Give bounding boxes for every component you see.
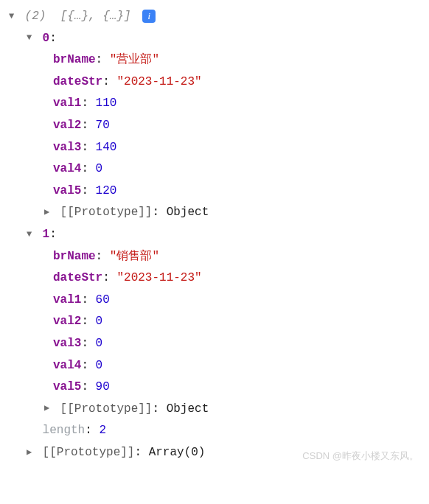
array-summary-row[interactable]: (2) [{…}, {…}] i	[9, 6, 420, 28]
info-icon[interactable]: i	[142, 10, 156, 23]
index-label: 0	[43, 32, 50, 45]
array-preview: [{…}, {…}]	[53, 10, 131, 23]
array-count: (2)	[25, 10, 46, 23]
prop-key: val2	[53, 315, 81, 328]
index-label: 1	[43, 228, 50, 241]
prop-key: val1	[53, 293, 81, 307]
chevron-right-icon[interactable]	[44, 400, 53, 416]
chevron-down-icon[interactable]	[27, 226, 35, 242]
prototype-row[interactable]: [[Prototype]]: Object	[9, 202, 420, 224]
proto-key: [[Prototype]]	[43, 446, 135, 459]
prop-row[interactable]: dateStr: "2023-11-23"	[9, 267, 420, 290]
prop-row[interactable]: val2: 70	[9, 115, 420, 137]
prop-key: val4	[53, 359, 81, 372]
prop-row[interactable]: brName: "销售部"	[9, 246, 420, 268]
prop-key: dateStr	[53, 271, 102, 284]
prop-key: val2	[53, 119, 81, 132]
prop-row[interactable]: val1: 110	[9, 93, 420, 115]
prop-value: "2023-11-23"	[116, 75, 201, 88]
prop-row[interactable]: val3: 0	[9, 333, 420, 355]
prop-key: val4	[53, 162, 81, 175]
prop-value: "营业部"	[110, 53, 159, 66]
prop-row[interactable]: dateStr: "2023-11-23"	[9, 71, 420, 94]
prop-value: "2023-11-23"	[116, 271, 201, 284]
prop-row[interactable]: brName: "营业部"	[9, 49, 420, 71]
length-row[interactable]: length: 2	[9, 420, 420, 442]
prop-value: 90	[96, 380, 110, 393]
prop-key: dateStr	[53, 75, 102, 88]
prop-row[interactable]: val4: 0	[9, 158, 420, 181]
prop-value: 140	[96, 141, 117, 154]
prop-value: 60	[96, 293, 110, 307]
prop-value: 0	[96, 359, 103, 372]
prop-key: val3	[53, 141, 81, 154]
chevron-right-icon[interactable]	[44, 204, 53, 220]
prop-row[interactable]: val5: 90	[9, 377, 420, 399]
prop-row[interactable]: val2: 0	[9, 311, 420, 333]
prop-row[interactable]: val1: 60	[9, 290, 420, 312]
proto-value: Object	[167, 402, 209, 416]
array-index-1[interactable]: 1:	[9, 224, 420, 246]
array-prototype-row[interactable]: [[Prototype]]: Array(0)	[9, 442, 420, 464]
prop-key: val5	[53, 380, 81, 393]
prop-key: brName	[53, 250, 96, 263]
proto-key: [[Prototype]]	[60, 206, 153, 219]
length-key: length	[43, 424, 86, 437]
prop-key: val3	[53, 337, 81, 350]
prop-value: 120	[96, 184, 117, 197]
prop-value: 110	[96, 97, 117, 110]
prop-value: 0	[96, 315, 103, 328]
array-index-0[interactable]: 0:	[9, 28, 420, 50]
prop-key: val1	[53, 97, 81, 110]
prop-row[interactable]: val3: 140	[9, 137, 420, 159]
length-value: 2	[99, 424, 106, 437]
prop-row[interactable]: val5: 120	[9, 181, 420, 203]
prototype-row[interactable]: [[Prototype]]: Object	[9, 399, 420, 421]
prop-key: brName	[53, 53, 96, 66]
chevron-down-icon[interactable]	[9, 8, 18, 24]
proto-key: [[Prototype]]	[60, 402, 153, 416]
prop-key: val5	[53, 184, 81, 197]
prop-row[interactable]: val4: 0	[9, 355, 420, 377]
prop-value: 0	[96, 162, 103, 175]
proto-value: Object	[167, 206, 209, 219]
chevron-down-icon[interactable]	[27, 29, 35, 46]
proto-value: Array(0)	[149, 446, 206, 459]
prop-value: 0	[96, 337, 103, 350]
prop-value: 70	[96, 119, 110, 132]
prop-value: "销售部"	[110, 250, 159, 263]
chevron-right-icon[interactable]	[27, 444, 35, 461]
